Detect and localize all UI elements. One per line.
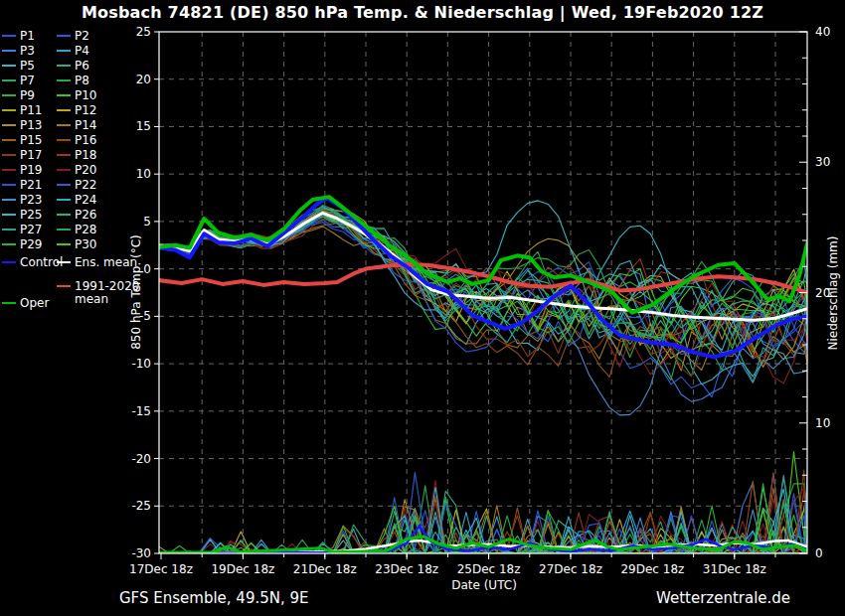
ensemble-member-precip-lines (159, 452, 807, 553)
legend-item-p16: P16 (57, 134, 97, 146)
legend-item-p22-swatch (57, 184, 71, 186)
legend-item-p29-label: P29 (20, 238, 43, 250)
legend-item-p21: P21 (2, 179, 43, 191)
legend-item-p23-label: P23 (20, 194, 43, 206)
legend-item-p20-swatch (57, 169, 71, 171)
ensemble-member-temp-lines (159, 201, 807, 415)
legend-item-p12-label: P12 (75, 104, 97, 116)
legend-item-oper-swatch (2, 302, 16, 304)
legend-item-p23: P23 (2, 194, 43, 206)
x-tick-label: 31Dec 18z (703, 562, 766, 576)
legend-item-p3-swatch (2, 50, 16, 52)
legend-item-p29: P29 (2, 238, 43, 250)
legend-item-p30-label: P30 (75, 238, 97, 250)
left-tick-label: 25 (136, 25, 151, 39)
legend-item-p8-swatch (57, 79, 71, 81)
legend-item-p19-label: P19 (20, 164, 43, 176)
legend-item-p9-swatch (2, 94, 16, 96)
legend-item-p24-label: P24 (75, 194, 97, 206)
legend-item-p6-label: P6 (75, 60, 89, 72)
legend-item-climate-swatch (57, 285, 71, 287)
legend-item-climate-label-line2: mean (75, 293, 108, 305)
right-tick-label: 40 (815, 25, 830, 39)
legend-item-oper: Oper (2, 297, 49, 309)
watermark-text: Wetterzentrale.de (656, 589, 790, 607)
legend-item-ens_mean: Ens. mean (57, 256, 137, 268)
legend-item-p11-swatch (2, 109, 16, 111)
legend-item-p7: P7 (2, 75, 35, 86)
legend-item-p8: P8 (57, 75, 89, 86)
meteogram-page: Mosbach 74821 (DE) 850 hPa Temp. & Niede… (0, 0, 845, 616)
legend-item-p30-swatch (57, 243, 71, 245)
legend-item-p26-swatch (57, 214, 71, 216)
legend-item-p30: P30 (57, 238, 97, 250)
model-info-text: GFS Ensemble, 49.5N, 9E (119, 589, 309, 607)
legend-item-p6: P6 (57, 60, 89, 72)
legend-item-p3-label: P3 (20, 45, 35, 57)
legend-item-p17-label: P17 (20, 149, 43, 161)
left-tick-label: 10 (136, 167, 151, 181)
legend-item-climate: 1991-2020 (57, 280, 139, 292)
legend-item-p5: P5 (2, 60, 35, 72)
legend-item-p12-swatch (57, 109, 71, 111)
legend-item-p10-label: P10 (75, 89, 97, 101)
legend-item-p29-swatch (2, 243, 16, 245)
left-tick-label: -15 (131, 404, 151, 418)
left-tick-label: 15 (136, 119, 151, 133)
legend-item-p28: P28 (57, 224, 97, 235)
legend-item-p27-label: P27 (20, 224, 43, 235)
legend-item-ens_mean-label: Ens. mean (75, 256, 137, 268)
plot-area (159, 197, 807, 553)
legend-item-p1-swatch (2, 35, 16, 37)
legend-item-p21-swatch (2, 184, 16, 186)
legend-item-p24-swatch (57, 199, 71, 201)
x-axis-title: Date (UTC) (451, 578, 517, 592)
legend-item-p5-swatch (2, 65, 16, 67)
legend-item-p15-label: P15 (20, 134, 43, 146)
legend-item-p5-label: P5 (20, 60, 35, 72)
x-tick-label: 25Dec 18z (457, 562, 521, 576)
left-tick-label: -10 (131, 357, 151, 371)
legend-item-p10-swatch (57, 94, 71, 96)
legend-item-p27-swatch (2, 229, 16, 231)
left-axis-title: 850 hPa Temp. (°C) (129, 234, 143, 350)
x-tick-label: 27Dec 18z (539, 562, 602, 576)
legend-item-p2-label: P2 (75, 30, 89, 42)
legend-item-p6-swatch (57, 65, 71, 67)
legend-item-p14-label: P14 (75, 119, 97, 131)
legend-item-p23-swatch (2, 199, 16, 201)
legend-item-p7-swatch (2, 79, 16, 81)
legend-item-p12: P12 (57, 104, 97, 116)
legend-item-p18: P18 (57, 149, 97, 161)
legend-item-p8-label: P8 (75, 75, 89, 86)
ensemble-plot: 2520151050-5-10-15-20-25-3040302010017De… (0, 0, 845, 616)
legend-item-control: Control (2, 256, 63, 268)
legend-item-p26: P26 (57, 209, 97, 221)
legend-item-p1: P1 (2, 30, 35, 42)
legend-item-p21-label: P21 (20, 179, 43, 191)
legend-item-p11: P11 (2, 104, 43, 116)
legend-item-p22-label: P22 (75, 179, 97, 191)
legend-item-p1-label: P1 (20, 30, 35, 42)
x-tick-label: 29Dec 18z (620, 562, 684, 576)
legend-item-p2: P2 (57, 30, 89, 42)
legend-item-p13-swatch (2, 124, 16, 126)
legend-item-p18-label: P18 (75, 149, 97, 161)
legend-item-p28-swatch (57, 229, 71, 231)
left-tick-label: -30 (131, 546, 151, 560)
legend-item-p4: P4 (57, 45, 89, 57)
legend-item-p16-label: P16 (75, 134, 97, 146)
x-tick-label: 17Dec 18z (129, 562, 193, 576)
legend-item-p18-swatch (57, 154, 71, 156)
legend-item-p27: P27 (2, 224, 43, 235)
legend-item-p17: P17 (2, 149, 43, 161)
legend-item-p19-swatch (2, 169, 16, 171)
legend-item-control-swatch (2, 261, 16, 263)
left-tick-label: -20 (131, 452, 151, 466)
right-tick-label: 30 (815, 155, 830, 169)
x-tick-label: 19Dec 18z (211, 562, 274, 576)
legend-item-p25: P25 (2, 209, 43, 221)
x-tick-label: 23Dec 18z (375, 562, 438, 576)
legend-item-p16-swatch (57, 139, 71, 141)
right-tick-label: 0 (815, 546, 823, 560)
